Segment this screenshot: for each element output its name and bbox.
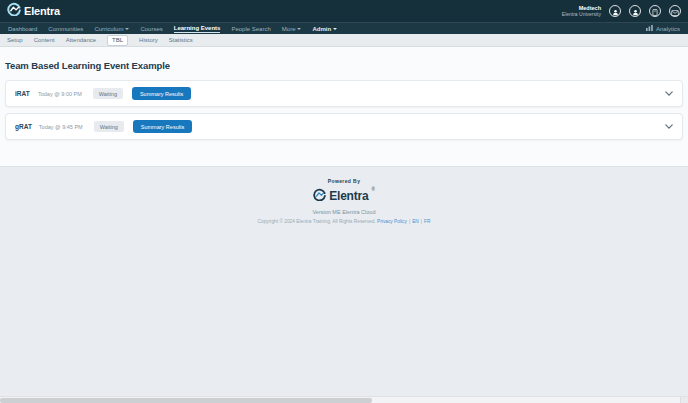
elentra-logo[interactable]: Elentra [7, 2, 60, 20]
nav-analytics[interactable]: Analytics [646, 25, 680, 32]
language-fr-link[interactable]: FR [419, 219, 431, 224]
users-icon [632, 2, 639, 20]
main-content: Team Based Learning Event Example iRAT T… [0, 47, 688, 166]
mail-icon [671, 2, 679, 20]
tab-setup[interactable]: Setup [7, 37, 23, 43]
card-title: iRAT [15, 90, 31, 97]
nav-dashboard[interactable]: Dashboard [8, 26, 37, 32]
horizontal-scrollbar[interactable] [0, 396, 688, 403]
footer-brand-name: Elentra [329, 189, 368, 203]
version-label: Version ME Elentra Cloud [0, 209, 688, 215]
library-button[interactable] [649, 5, 661, 17]
page-footer: Powered By Elentra ® Version ME Elentra … [0, 166, 688, 403]
nav-people-search[interactable]: People Search [231, 26, 270, 32]
nav-learning-events[interactable]: Learning Events [174, 25, 221, 33]
nav-curriculum[interactable]: Curriculum [94, 26, 129, 32]
top-navbar: Elentra Medtech Elentra University [0, 0, 688, 22]
language-en-link[interactable]: EN [407, 219, 419, 224]
bar-chart-icon [646, 25, 653, 32]
user-info: Medtech Elentra University [562, 5, 601, 18]
tab-history[interactable]: History [139, 37, 158, 43]
card-time: Today @ 9:00 PM [38, 91, 82, 97]
main-nav: Dashboard Communities Curriculum Courses… [0, 22, 688, 34]
status-badge: Waiting [93, 88, 123, 99]
privacy-policy-link[interactable]: Privacy Policy [377, 219, 407, 224]
page-title: Team Based Learning Event Example [5, 60, 683, 71]
scrollbar-corner [680, 397, 688, 403]
mail-button[interactable] [669, 5, 681, 17]
user-organization: Elentra University [562, 11, 601, 17]
profile-icon [612, 2, 619, 20]
copyright-text: Copyright © 2024 Elentra Training, All R… [258, 219, 376, 224]
tab-tbl[interactable]: TBL [107, 35, 128, 46]
event-tabs: Setup Content Attendance TBL History Sta… [0, 34, 688, 47]
library-icon [652, 2, 658, 20]
summary-results-button[interactable]: Summary Results [132, 87, 191, 100]
chevron-down-icon [333, 28, 337, 30]
profile-button[interactable] [609, 5, 621, 17]
registered-mark: ® [371, 187, 374, 192]
status-badge: Waiting [94, 121, 124, 132]
user-name: Medtech [562, 5, 601, 12]
chevron-down-icon[interactable] [665, 91, 673, 96]
powered-by-label: Powered By [0, 178, 688, 184]
tab-attendance[interactable]: Attendance [66, 37, 96, 43]
tab-statistics[interactable]: Statistics [169, 37, 193, 43]
brand-name: Elentra [24, 5, 60, 17]
chevron-down-icon[interactable] [665, 124, 673, 129]
card-time: Today @ 9:45 PM [39, 124, 83, 130]
users-button[interactable] [629, 5, 641, 17]
nav-more[interactable]: More [282, 26, 302, 32]
footer-elentra-logo[interactable]: Elentra ® [0, 187, 688, 205]
tbl-card-grat[interactable]: gRAT Today @ 9:45 PM Waiting Summary Res… [5, 113, 683, 140]
nav-courses[interactable]: Courses [140, 26, 162, 32]
tbl-card-irat[interactable]: iRAT Today @ 9:00 PM Waiting Summary Res… [5, 80, 683, 107]
summary-results-button[interactable]: Summary Results [133, 120, 192, 133]
copyright-line: Copyright © 2024 Elentra Training, All R… [0, 219, 688, 224]
nav-communities[interactable]: Communities [48, 26, 83, 32]
chevron-down-icon [125, 28, 129, 30]
elentra-swoosh-icon [7, 2, 21, 20]
elentra-swoosh-icon [313, 187, 326, 205]
chevron-down-icon [297, 28, 301, 30]
nav-admin[interactable]: Admin [312, 26, 337, 32]
card-title: gRAT [15, 123, 32, 130]
scrollbar-thumb[interactable] [0, 398, 372, 403]
tab-content[interactable]: Content [34, 37, 55, 43]
